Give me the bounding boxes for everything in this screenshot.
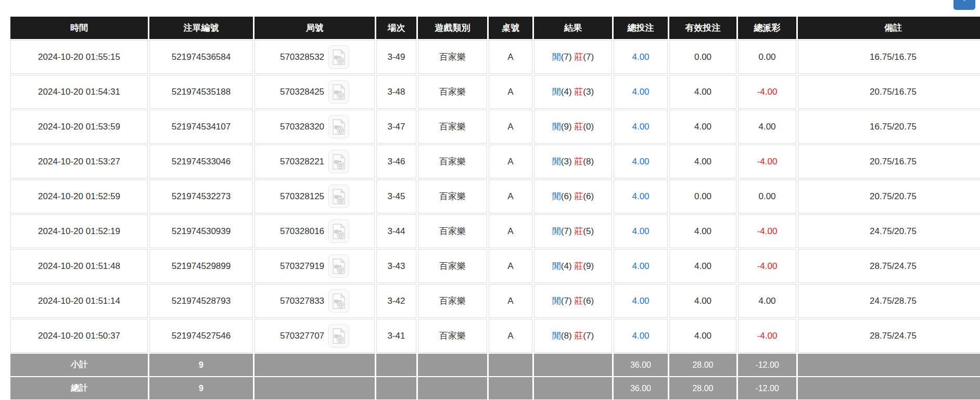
table-row: 2024-10-20 01:51:14 521974528793 5703278…: [10, 284, 980, 318]
cell-total-bet: 4.00: [614, 179, 668, 213]
video-replay-button[interactable]: [328, 80, 349, 104]
total-bet-link[interactable]: 4.00: [632, 226, 649, 236]
video-replay-button[interactable]: [328, 324, 349, 347]
cell-round: 570327707: [254, 319, 375, 353]
player-score: (7): [561, 296, 572, 306]
subtotal-valid-bet: 28.00: [669, 354, 736, 376]
round-number: 570327707: [280, 331, 324, 341]
banker-label: 莊: [574, 226, 583, 236]
cell-round: 570328125: [254, 179, 375, 213]
banker-label: 莊: [574, 87, 583, 97]
cell-total-bet: 4.00: [614, 319, 668, 353]
player-label: 閒: [552, 296, 561, 306]
cell-table-no: A: [489, 40, 532, 74]
column-header-table-no: 桌號: [489, 17, 532, 39]
total-bet-link[interactable]: 4.00: [632, 87, 649, 97]
total-empty-cell: [376, 377, 416, 399]
banker-score: (3): [583, 87, 594, 97]
video-replay-button[interactable]: [328, 254, 349, 278]
cell-table-no: A: [489, 214, 532, 248]
column-header-game-type: 遊戲類別: [418, 17, 487, 39]
column-header-remark: 備註: [798, 17, 980, 39]
cell-game-type: 百家樂: [418, 145, 487, 178]
total-bet-link[interactable]: 4.00: [632, 331, 649, 341]
total-empty-cell: [418, 377, 487, 399]
player-score: (4): [561, 261, 572, 271]
total-bet-link[interactable]: 4.00: [632, 261, 649, 271]
total-bet-link[interactable]: 4.00: [632, 191, 649, 201]
player-score: (9): [561, 122, 572, 132]
column-header-time: 時間: [10, 17, 148, 39]
cell-valid-bet: 0.00: [669, 179, 736, 213]
cell-result: 閒(6) 莊(6): [534, 179, 612, 213]
player-label: 閒: [552, 87, 561, 97]
banker-score: (6): [583, 191, 594, 201]
banker-score: (8): [583, 157, 594, 166]
cell-bet-id: 521974528793: [149, 284, 253, 318]
total-empty-cell: [254, 377, 375, 399]
cell-session: 3-41: [376, 319, 416, 353]
cell-remark: 24.75/28.75: [798, 284, 980, 318]
player-label: 閒: [552, 157, 561, 166]
cell-time: 2024-10-20 01:54:31: [10, 75, 148, 109]
cell-table-no: A: [489, 284, 532, 318]
cell-bet-id: 521974532273: [149, 179, 253, 213]
cell-session: 3-43: [376, 249, 416, 283]
cell-time: 2024-10-20 01:52:59: [10, 179, 148, 213]
subtotal-empty-cell: [376, 354, 416, 376]
video-file-icon: [332, 293, 346, 309]
total-bet-link[interactable]: 4.00: [632, 296, 649, 306]
subtotal-count: 9: [149, 354, 253, 376]
cell-table-no: A: [489, 319, 532, 353]
round-number: 570327919: [280, 261, 324, 272]
column-header-payout: 總派彩: [738, 17, 796, 39]
round-number: 570328016: [280, 226, 324, 237]
video-replay-button[interactable]: [328, 45, 349, 69]
video-replay-button[interactable]: [328, 289, 349, 313]
cell-bet-id: 521974536584: [149, 40, 253, 74]
total-bet-link[interactable]: 4.00: [632, 52, 649, 62]
subtotal-total-bet: 36.00: [614, 354, 668, 376]
cell-table-no: A: [489, 75, 532, 109]
player-score: (4): [561, 87, 572, 97]
cell-bet-id: 521974530939: [149, 214, 253, 248]
table-row: 2024-10-20 01:51:48 521974529899 5703279…: [10, 249, 980, 283]
table-row: 2024-10-20 01:53:27 521974533046 5703282…: [10, 145, 980, 178]
cell-result: 閒(8) 莊(7): [534, 319, 612, 353]
banker-label: 莊: [574, 191, 583, 201]
table-row: 2024-10-20 01:53:59 521974534107 5703283…: [10, 110, 980, 144]
cell-round: 570328016: [254, 214, 375, 248]
subtotal-payout: -12.00: [738, 354, 796, 376]
cell-remark: 16.75/16.75: [798, 40, 980, 74]
round-number: 570327833: [280, 296, 324, 306]
player-score: (8): [561, 331, 572, 341]
banker-label: 莊: [574, 52, 583, 62]
cell-time: 2024-10-20 01:52:19: [10, 214, 148, 248]
total-bet-link[interactable]: 4.00: [632, 122, 649, 132]
cell-total-bet: 4.00: [614, 249, 668, 283]
cell-time: 2024-10-20 01:51:48: [10, 249, 148, 283]
video-replay-button[interactable]: [328, 220, 349, 243]
cell-valid-bet: 0.00: [669, 40, 736, 74]
cell-remark: 20.75/16.75: [798, 145, 980, 178]
cell-remark: 20.75/16.75: [798, 75, 980, 109]
cell-payout: -4.00: [738, 75, 796, 109]
cell-time: 2024-10-20 01:51:14: [10, 284, 148, 318]
video-replay-button[interactable]: [328, 115, 349, 138]
subtotal-remark: [798, 354, 980, 376]
cell-session: 3-42: [376, 284, 416, 318]
total-bet-link[interactable]: 4.00: [632, 157, 649, 166]
subtotal-label: 小計: [10, 354, 148, 376]
cell-session: 3-45: [376, 179, 416, 213]
banker-score: (7): [583, 52, 594, 62]
round-number: 570328125: [280, 191, 324, 202]
floating-action-button[interactable]: [953, 0, 975, 10]
video-replay-button[interactable]: [328, 185, 349, 208]
video-replay-button[interactable]: [328, 150, 349, 173]
total-row: 總計 9 36.00 28.00 -12.00: [10, 377, 980, 399]
round-number: 570328532: [280, 52, 324, 62]
cell-bet-id: 521974527546: [149, 319, 253, 353]
cell-session: 3-44: [376, 214, 416, 248]
table-row: 2024-10-20 01:55:15 521974536584 5703285…: [10, 40, 980, 74]
banker-label: 莊: [574, 157, 583, 166]
